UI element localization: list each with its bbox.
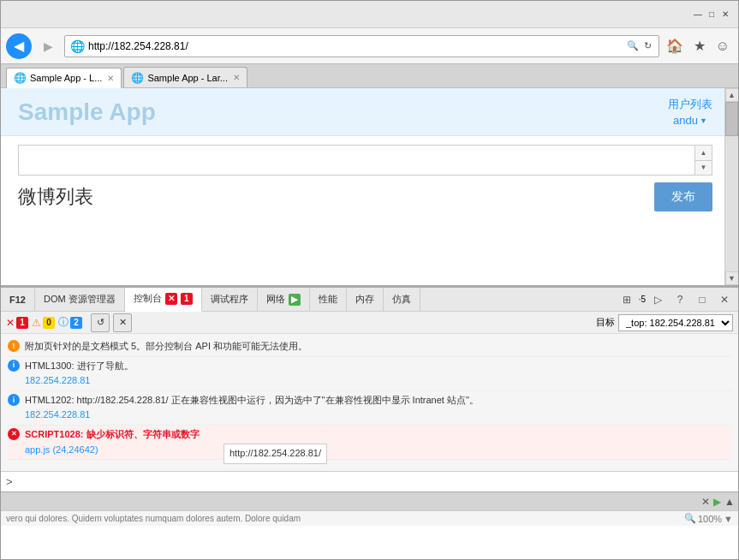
forward-button[interactable]: ▶ bbox=[35, 33, 61, 59]
network-tab-label: 网络 bbox=[266, 293, 285, 306]
tab1-close[interactable]: ✕ bbox=[107, 74, 114, 83]
home-icon[interactable]: 🏠 bbox=[663, 38, 687, 54]
weibo-section: 微博列表 发布 bbox=[18, 182, 712, 211]
f12-label: F12 bbox=[9, 295, 26, 305]
post-input-wrapper: ▲ ▼ bbox=[18, 145, 712, 176]
scroll-up-arrow[interactable]: ▲ bbox=[725, 88, 739, 102]
ie-icon: 🌐 bbox=[70, 39, 85, 53]
console-prompt-icon: > bbox=[6, 475, 13, 488]
console-input-bar: > bbox=[1, 471, 738, 491]
select-arrows[interactable]: ▲ ▼ bbox=[694, 146, 712, 175]
settings-icon[interactable]: ☺ bbox=[712, 39, 733, 54]
scroll-thumb[interactable] bbox=[725, 102, 738, 136]
devtools-tab-dom[interactable]: DOM 资源管理器 bbox=[35, 288, 125, 312]
console-badge-count: 1 bbox=[181, 293, 193, 305]
select-up-arrow[interactable]: ▲ bbox=[695, 146, 712, 161]
app-logo: Sample App bbox=[18, 98, 156, 126]
devtools-tab-debug[interactable]: 调试程序 bbox=[202, 288, 258, 312]
bottom-text-strip: vero qui dolores. Quidem voluptates numq… bbox=[1, 510, 738, 526]
info1-text: HTML1300: 进行了导航。 182.254.228.81 bbox=[25, 359, 731, 389]
run-icon[interactable]: ▶ bbox=[713, 496, 721, 508]
devtools-tab-memory[interactable]: 内存 bbox=[347, 288, 384, 312]
info-badge-group: ⓘ 2 bbox=[58, 315, 82, 330]
scroll-down-arrow[interactable]: ▼ bbox=[725, 271, 739, 285]
post-form: ▲ ▼ bbox=[18, 145, 712, 176]
console-error-badge: ✕ bbox=[165, 293, 177, 305]
target-select[interactable]: _top: 182.254.228.81 bbox=[618, 314, 733, 331]
addr-buttons: 🔍 ↻ bbox=[625, 39, 653, 53]
error-badge-group: ✕ 1 bbox=[6, 317, 28, 329]
action-refresh-btn[interactable]: ↺ bbox=[91, 313, 110, 332]
close-btn[interactable]: ✕ bbox=[719, 9, 731, 21]
log-row-error: ✕ SCRIPT1028: 缺少标识符、字符串或数字 app.js (24,24… bbox=[8, 426, 731, 460]
error-text: SCRIPT1028: 缺少标识符、字符串或数字 app.js (24,2464… bbox=[25, 427, 731, 457]
devtools-action-bar: ✕ 1 ⚠ 0 ⓘ 2 ↺ ✕ 目标 _top: 182.254.228.81 bbox=[1, 312, 738, 334]
help-icon[interactable]: ? bbox=[670, 289, 690, 310]
bottom-statusbar: ✕ ▶ ▲ bbox=[1, 491, 738, 510]
content-scrollbar[interactable]: ▲ ▼ bbox=[724, 88, 738, 285]
title-bar: — □ ✕ bbox=[1, 1, 738, 28]
warning-icon: ! bbox=[8, 340, 20, 352]
devtools-right-icons: ⊞ ·5 ▷ ? □ ✕ bbox=[617, 289, 738, 310]
user-list-link[interactable]: 用户列表 bbox=[668, 97, 712, 112]
info1-link[interactable]: 182.254.228.81 bbox=[25, 373, 731, 389]
publish-button[interactable]: 发布 bbox=[654, 182, 712, 211]
up-icon[interactable]: ▲ bbox=[724, 496, 735, 508]
play-icon[interactable]: ▷ bbox=[647, 289, 668, 310]
dom-tab-label: DOM 资源管理器 bbox=[44, 293, 116, 306]
devtools-panel: F12 DOM 资源管理器 控制台 ✕ 1 调试程序 网络 ▶ 性能 内存 bbox=[1, 285, 738, 491]
target-bar: 目标 _top: 182.254.228.81 bbox=[596, 314, 733, 331]
zoom-value: 100% bbox=[698, 514, 722, 524]
tab-2[interactable]: 🌐 Sample App - Lar... ✕ bbox=[123, 67, 247, 87]
error-link[interactable]: app.js (24,24642) bbox=[25, 443, 731, 458]
screens-icon[interactable]: ⊞ bbox=[617, 289, 637, 310]
target-label: 目标 bbox=[596, 316, 615, 329]
warning-count: 0 bbox=[43, 317, 55, 329]
console-tab-label: 控制台 bbox=[134, 292, 162, 305]
close-devtools-btn[interactable]: ✕ bbox=[714, 289, 735, 310]
warning-triangle-icon: ⚠ bbox=[32, 317, 41, 329]
address-bar: 🌐 🔍 ↻ bbox=[64, 35, 659, 57]
refresh-button[interactable]: ↻ bbox=[642, 39, 653, 53]
maximize-btn[interactable]: □ bbox=[706, 9, 718, 21]
devtools-tab-bar: F12 DOM 资源管理器 控制台 ✕ 1 调试程序 网络 ▶ 性能 内存 bbox=[1, 288, 738, 312]
network-go-icon: ▶ bbox=[289, 294, 301, 306]
back-button[interactable]: ◀ bbox=[6, 33, 32, 59]
warning-text: 附加页针对的是文档模式 5。部分控制台 API 和功能可能无法使用。 bbox=[25, 339, 731, 354]
devtools-tab-f12[interactable]: F12 bbox=[1, 288, 35, 312]
zoom-dropdown-icon[interactable]: ▼ bbox=[724, 514, 733, 524]
log-row-warning: ! 附加页针对的是文档模式 5。部分控制台 API 和功能可能无法使用。 bbox=[8, 337, 731, 357]
scroll-track[interactable] bbox=[725, 102, 738, 271]
zoom-icon: 🔍 bbox=[684, 513, 696, 524]
perf-tab-label: 性能 bbox=[319, 293, 337, 306]
select-down-arrow[interactable]: ▼ bbox=[695, 161, 712, 176]
action-clear-btn[interactable]: ✕ bbox=[113, 313, 132, 332]
error-count: 1 bbox=[16, 317, 28, 329]
error-highlight: SCRIPT1028: 缺少标识符、字符串或数字 bbox=[25, 429, 200, 439]
info-circle-icon: ⓘ bbox=[58, 315, 69, 330]
devtools-tab-perf[interactable]: 性能 bbox=[310, 288, 347, 312]
minimize-btn[interactable]: — bbox=[692, 9, 704, 21]
undock-icon[interactable]: □ bbox=[692, 289, 712, 310]
user-link[interactable]: andu ▼ bbox=[673, 114, 707, 127]
address-input[interactable] bbox=[88, 40, 622, 52]
log-row-info1: i HTML1300: 进行了导航。 182.254.228.81 bbox=[8, 357, 731, 391]
close-status-icon[interactable]: ✕ bbox=[701, 496, 710, 508]
console-input[interactable] bbox=[16, 476, 733, 488]
devtools-tab-console[interactable]: 控制台 ✕ 1 bbox=[125, 288, 202, 312]
search-button[interactable]: 🔍 bbox=[625, 39, 641, 53]
dropdown-icon: ▼ bbox=[700, 116, 707, 125]
info2-link[interactable]: 182.254.228.81 bbox=[25, 408, 731, 423]
tab2-close[interactable]: ✕ bbox=[233, 73, 240, 82]
devtools-tab-network[interactable]: 网络 ▶ bbox=[258, 288, 310, 312]
warning-badge-group: ⚠ 0 bbox=[32, 317, 55, 329]
tab1-icon: 🌐 bbox=[14, 72, 27, 84]
tab1-label: Sample App - L... bbox=[30, 73, 102, 83]
favorites-icon[interactable]: ★ bbox=[690, 38, 709, 54]
devtools-tab-emulation[interactable]: 仿真 bbox=[384, 288, 420, 312]
tab2-icon: 🌐 bbox=[131, 72, 144, 84]
error-x-icon: ✕ bbox=[6, 317, 15, 329]
tab-1[interactable]: 🌐 Sample App - L... ✕ bbox=[6, 68, 122, 88]
app-main: ▲ ▼ 微博列表 发布 bbox=[1, 136, 738, 220]
zoom-indicator: 🔍 100% ▼ bbox=[684, 513, 733, 524]
